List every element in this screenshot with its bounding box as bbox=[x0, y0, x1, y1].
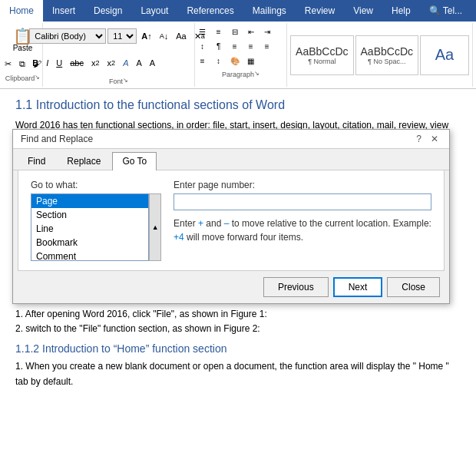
dialog-help-button[interactable]: ? bbox=[413, 134, 425, 144]
superscript-button[interactable]: x2 bbox=[104, 55, 119, 71]
tab-design[interactable]: Design bbox=[84, 0, 131, 21]
close-dialog-button[interactable]: Close bbox=[387, 277, 440, 297]
strikethrough-button[interactable]: abc bbox=[67, 55, 87, 71]
shading-button[interactable]: 🎨 bbox=[227, 54, 243, 68]
paragraph-arrow-icon[interactable]: ↘ bbox=[254, 70, 259, 77]
dialog-tab-find[interactable]: Find bbox=[18, 152, 55, 170]
page-content: 1.1 Introduction to the functional secti… bbox=[0, 89, 476, 395]
style-normal-label: ¶ Normal bbox=[308, 58, 336, 65]
hint-plus: + bbox=[198, 218, 203, 229]
numbered-list-button[interactable]: ≡ bbox=[211, 25, 226, 38]
dialog-body: Go to what: Page Section Line Bookmark C… bbox=[18, 170, 445, 271]
goto-item-section[interactable]: Section bbox=[31, 208, 148, 222]
next-button[interactable]: Next bbox=[333, 277, 383, 297]
dialog-titlebar: Find and Replace ? ✕ bbox=[13, 130, 449, 149]
dialog-title: Find and Replace bbox=[21, 134, 93, 144]
borders-button[interactable]: ▦ bbox=[243, 54, 259, 68]
tab-review[interactable]: Review bbox=[296, 0, 344, 21]
show-marks-button[interactable]: ¶ bbox=[211, 39, 226, 53]
find-replace-dialog[interactable]: Find and Replace ? ✕ Find Replace Go To … bbox=[12, 129, 450, 304]
font-color-button[interactable]: A bbox=[147, 55, 158, 71]
tab-help[interactable]: Help bbox=[382, 0, 420, 21]
text-effects-button[interactable]: A bbox=[120, 55, 131, 71]
dialog-right: Enter page number: Enter + and – to move… bbox=[174, 180, 431, 261]
tab-mailings[interactable]: Mailings bbox=[243, 0, 296, 21]
decrease-indent-button[interactable]: ⇤ bbox=[243, 25, 259, 38]
font-controls: Calibri (Body) 11 A↑ A↓ Aa ✕a B I U abc … bbox=[29, 25, 208, 74]
tab-layout[interactable]: Layout bbox=[131, 0, 177, 21]
text-highlight-button[interactable]: A bbox=[133, 55, 144, 71]
style-heading1[interactable]: Aa bbox=[420, 35, 469, 75]
sort-button[interactable]: ↕ bbox=[195, 39, 210, 53]
font-row2: B I U abc x2 x2 A A A bbox=[29, 55, 158, 71]
dialog-hint: Enter + and – to move relative to the cu… bbox=[174, 217, 431, 244]
justify-button[interactable]: ≡ bbox=[195, 54, 210, 68]
tab-references[interactable]: References bbox=[177, 0, 243, 21]
goto-what-label: Go to what: bbox=[31, 180, 161, 190]
style-no-spacing[interactable]: AaBbCcDc ¶ No Spac... bbox=[355, 35, 418, 75]
grow-font-button[interactable]: A↑ bbox=[138, 28, 154, 44]
multilevel-list-button[interactable]: ⊟ bbox=[227, 25, 243, 38]
paragraph-group: ☰ ≡ ⊟ ⇤ ⇥ ↕ ¶ ≡ ≡ ≡ ≡ ↕ 🎨 ▦ Paragraph ↘ bbox=[195, 23, 287, 87]
hint-example: +4 bbox=[174, 232, 184, 243]
cut-button[interactable]: ✂ bbox=[2, 56, 15, 71]
listbox-scroll-up[interactable]: ▲ bbox=[149, 193, 161, 261]
heading-1: 1.1 Introduction to the functional secti… bbox=[15, 98, 461, 112]
ribbon-tabs: Home Insert Design Layout References Mai… bbox=[0, 0, 476, 21]
dialog-tab-goto[interactable]: Go To bbox=[112, 152, 157, 170]
font-group: Calibri (Body) 11 A↑ A↓ Aa ✕a B I U abc … bbox=[43, 23, 195, 87]
styles-group: AaBbCcDc ¶ Normal AaBbCcDc ¶ No Spac... … bbox=[287, 23, 473, 87]
copy-button[interactable]: ⧉ bbox=[16, 56, 28, 71]
bold-button[interactable]: B bbox=[29, 55, 41, 71]
goto-item-bookmark[interactable]: Bookmark bbox=[31, 236, 148, 250]
style-heading1-preview: Aa bbox=[435, 46, 454, 64]
dialog-tabs: Find Replace Go To bbox=[13, 149, 449, 170]
ribbon-content: 📋 Paste ✂ ⧉ 🖌 Clipboard ↘ Calibri (Body)… bbox=[0, 21, 476, 89]
line-spacing-button[interactable]: ↕ bbox=[211, 54, 226, 68]
listbox-wrapper: Page Section Line Bookmark Comment Footn… bbox=[31, 193, 161, 261]
italic-button[interactable]: I bbox=[43, 55, 51, 71]
goto-listbox[interactable]: Page Section Line Bookmark Comment Footn… bbox=[31, 193, 149, 261]
change-case-button[interactable]: Aa bbox=[173, 28, 189, 44]
font-name-select[interactable]: Calibri (Body) bbox=[29, 28, 106, 44]
dialog-close-button[interactable]: ✕ bbox=[428, 134, 441, 144]
dialog-tab-replace[interactable]: Replace bbox=[57, 152, 111, 170]
dialog-controls: ? ✕ bbox=[413, 134, 441, 144]
tab-home[interactable]: Home bbox=[0, 0, 43, 21]
previous-button[interactable]: Previous bbox=[263, 277, 329, 297]
shrink-font-button[interactable]: A↓ bbox=[157, 28, 172, 44]
font-arrow-icon[interactable]: ↘ bbox=[123, 77, 128, 84]
font-group-label: Font bbox=[109, 78, 123, 85]
increase-indent-button[interactable]: ⇥ bbox=[259, 25, 275, 38]
align-right-button[interactable]: ≡ bbox=[259, 39, 275, 53]
below-dialog-content: 1. After opening Word 2016, click "File"… bbox=[15, 307, 461, 389]
underline-button[interactable]: U bbox=[53, 55, 65, 71]
tab-insert[interactable]: Insert bbox=[43, 0, 84, 21]
page-number-input[interactable] bbox=[174, 193, 431, 210]
page-area: 1.1 Introduction to the functional secti… bbox=[0, 89, 476, 395]
style-normal-preview: AaBbCcDc bbox=[296, 45, 348, 58]
list-item-2: 2. switch to the "File" function section… bbox=[15, 322, 461, 336]
page-number-label: Enter page number: bbox=[174, 180, 431, 190]
subscript-button[interactable]: x2 bbox=[88, 55, 103, 71]
list-item-1: 1. After opening Word 2016, click "File"… bbox=[15, 307, 461, 322]
tab-tell[interactable]: 🔍 Tel... bbox=[420, 0, 471, 21]
dialog-left: Go to what: Page Section Line Bookmark C… bbox=[31, 180, 161, 261]
bullet-list-button[interactable]: ☰ bbox=[195, 25, 210, 38]
font-size-select[interactable]: 11 bbox=[107, 28, 137, 44]
clipboard-group-label: Clipboard bbox=[5, 74, 35, 82]
style-no-spacing-label: ¶ No Spac... bbox=[368, 58, 405, 65]
align-center-button[interactable]: ≡ bbox=[243, 39, 259, 53]
font-row1: Calibri (Body) 11 A↑ A↓ Aa ✕a bbox=[29, 28, 208, 44]
style-normal[interactable]: AaBbCcDc ¶ Normal bbox=[290, 35, 353, 75]
align-left-button[interactable]: ≡ bbox=[227, 39, 243, 53]
heading-2: 1.1.2 Introduction to “Home” function se… bbox=[15, 342, 461, 355]
paragraph-group-label: Paragraph bbox=[222, 71, 254, 78]
goto-item-line[interactable]: Line bbox=[31, 222, 148, 236]
dialog-footer: Previous Next Close bbox=[13, 271, 449, 303]
goto-item-comment[interactable]: Comment bbox=[31, 250, 148, 261]
goto-item-page[interactable]: Page bbox=[31, 194, 148, 208]
style-no-spacing-preview: AaBbCcDc bbox=[361, 45, 413, 58]
hint-minus: – bbox=[224, 218, 230, 229]
tab-view[interactable]: View bbox=[344, 0, 382, 21]
